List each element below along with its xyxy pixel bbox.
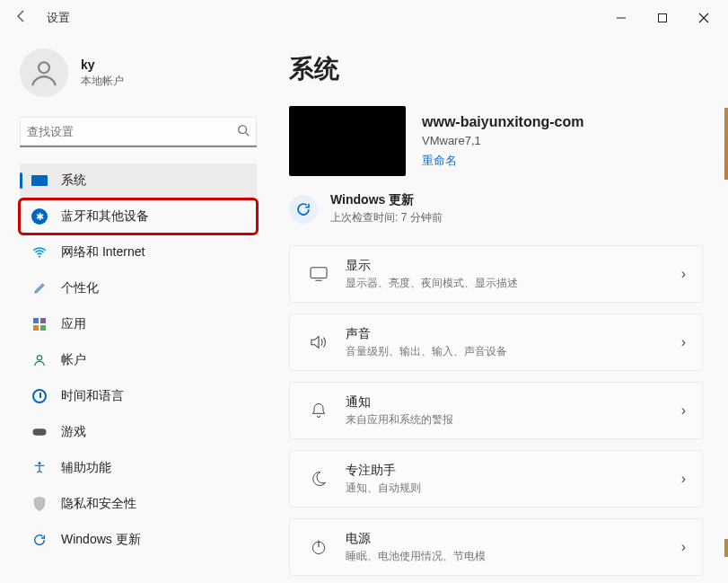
card-subtitle: 显示器、亮度、夜间模式、显示描述 bbox=[346, 276, 518, 291]
nav-label: 游戏 bbox=[61, 424, 86, 440]
nav-label: 系统 bbox=[61, 172, 86, 189]
card-focus-assist[interactable]: 专注助手 通知、自动规则 › bbox=[289, 450, 703, 508]
title-bar: 设置 bbox=[0, 0, 728, 36]
nav-item-system[interactable]: 系统 bbox=[20, 163, 257, 198]
update-refresh-icon bbox=[289, 195, 318, 224]
card-sound[interactable]: 声音 音量级别、输出、输入、声音设备 › bbox=[289, 314, 703, 371]
nav-label: 隐私和安全性 bbox=[61, 496, 136, 512]
nav-label: Windows 更新 bbox=[61, 532, 141, 548]
nav-label: 蓝牙和其他设备 bbox=[61, 208, 149, 225]
nav-label: 应用 bbox=[61, 316, 86, 332]
minimize-button[interactable] bbox=[601, 4, 642, 32]
nav-item-network[interactable]: 网络和 Internet bbox=[20, 235, 257, 269]
device-info: www-baiyunxitong-com VMware7,1 重命名 bbox=[289, 106, 703, 176]
nav-item-accounts[interactable]: 帐户 bbox=[20, 343, 257, 377]
user-name: ky bbox=[81, 57, 124, 72]
nav-item-time-language[interactable]: 时间和语言 bbox=[20, 379, 257, 413]
accessibility-icon bbox=[31, 459, 48, 477]
close-button[interactable] bbox=[683, 4, 724, 32]
bell-icon bbox=[306, 402, 331, 420]
power-icon bbox=[306, 538, 331, 556]
svg-rect-6 bbox=[33, 318, 39, 323]
nav-item-bluetooth[interactable]: ✱ 蓝牙和其他设备 bbox=[20, 199, 257, 234]
user-account-type: 本地帐户 bbox=[81, 74, 124, 89]
brush-icon bbox=[31, 279, 48, 297]
avatar bbox=[20, 49, 68, 97]
svg-rect-1 bbox=[659, 14, 667, 22]
svg-point-5 bbox=[39, 255, 40, 257]
apps-icon bbox=[31, 315, 48, 333]
svg-rect-13 bbox=[311, 268, 327, 278]
nav-item-windows-update[interactable]: Windows 更新 bbox=[20, 523, 257, 557]
card-title: 电源 bbox=[346, 531, 486, 547]
accounts-icon bbox=[31, 351, 48, 369]
card-subtitle: 音量级别、输出、输入、声音设备 bbox=[346, 344, 507, 359]
chevron-right-icon: › bbox=[681, 402, 686, 419]
device-name: www-baiyunxitong-com bbox=[422, 114, 583, 130]
nav-item-privacy[interactable]: 隐私和安全性 bbox=[20, 487, 257, 521]
card-display[interactable]: 显示 显示器、亮度、夜间模式、显示描述 › bbox=[289, 245, 703, 303]
nav-label: 辅助功能 bbox=[61, 460, 111, 476]
clock-icon bbox=[31, 387, 48, 405]
windows-update-status[interactable]: Windows 更新 上次检查时间: 7 分钟前 bbox=[289, 192, 703, 225]
nav-label: 时间和语言 bbox=[61, 388, 124, 404]
main-panel: 系统 www-baiyunxitong-com VMware7,1 重命名 Wi… bbox=[269, 36, 728, 583]
wifi-icon bbox=[31, 243, 48, 261]
device-model: VMware7,1 bbox=[422, 134, 583, 147]
gaming-icon bbox=[31, 423, 48, 441]
card-title: 通知 bbox=[346, 394, 453, 411]
chevron-right-icon: › bbox=[681, 539, 686, 555]
nav-label: 帐户 bbox=[61, 352, 86, 368]
nav-item-gaming[interactable]: 游戏 bbox=[20, 415, 257, 449]
edge-decoration bbox=[724, 539, 728, 557]
nav-list: 系统 ✱ 蓝牙和其他设备 网络和 Internet 个性化 bbox=[20, 163, 257, 557]
nav-label: 网络和 Internet bbox=[61, 244, 145, 261]
shield-icon bbox=[31, 495, 48, 513]
card-title: 专注助手 bbox=[346, 463, 421, 479]
svg-rect-7 bbox=[40, 318, 46, 323]
card-title: 声音 bbox=[346, 326, 507, 342]
display-icon bbox=[306, 266, 331, 282]
nav-item-accessibility[interactable]: 辅助功能 bbox=[20, 451, 257, 485]
window-title: 设置 bbox=[47, 10, 70, 26]
settings-cards: 显示 显示器、亮度、夜间模式、显示描述 › 声音 音量级别、输出、输入、声音设备… bbox=[289, 245, 703, 576]
card-title: 显示 bbox=[346, 258, 518, 274]
svg-point-3 bbox=[239, 125, 247, 133]
chevron-right-icon: › bbox=[681, 266, 686, 282]
svg-point-2 bbox=[39, 62, 49, 73]
update-subtitle: 上次检查时间: 7 分钟前 bbox=[330, 210, 443, 225]
svg-rect-8 bbox=[33, 325, 39, 331]
bluetooth-icon: ✱ bbox=[31, 208, 48, 225]
system-icon bbox=[31, 172, 48, 190]
update-icon bbox=[31, 531, 48, 549]
search-icon bbox=[237, 124, 250, 139]
card-subtitle: 来自应用和系统的警报 bbox=[346, 412, 453, 428]
back-button[interactable] bbox=[4, 9, 39, 27]
search-box[interactable] bbox=[20, 117, 257, 147]
card-notifications[interactable]: 通知 来自应用和系统的警报 › bbox=[289, 382, 703, 439]
nav-label: 个性化 bbox=[61, 280, 99, 296]
chevron-right-icon: › bbox=[681, 334, 686, 350]
page-title: 系统 bbox=[289, 52, 703, 86]
edge-decoration bbox=[724, 108, 728, 180]
nav-item-apps[interactable]: 应用 bbox=[20, 307, 257, 341]
maximize-button[interactable] bbox=[642, 4, 683, 32]
moon-icon bbox=[306, 470, 331, 488]
update-title: Windows 更新 bbox=[330, 192, 443, 208]
device-image bbox=[289, 106, 406, 176]
sidebar: ky 本地帐户 系统 ✱ 蓝牙和其他设备 网络和 Int bbox=[0, 36, 269, 583]
user-profile[interactable]: ky 本地帐户 bbox=[20, 49, 257, 97]
card-subtitle: 通知、自动规则 bbox=[346, 481, 421, 496]
svg-rect-9 bbox=[40, 325, 46, 331]
rename-link[interactable]: 重命名 bbox=[422, 153, 583, 169]
chevron-right-icon: › bbox=[681, 471, 686, 487]
svg-line-4 bbox=[246, 132, 250, 136]
svg-rect-11 bbox=[33, 428, 47, 436]
svg-point-10 bbox=[37, 356, 41, 360]
svg-point-12 bbox=[38, 462, 40, 464]
card-subtitle: 睡眠、电池使用情况、节电模 bbox=[346, 549, 486, 564]
card-power[interactable]: 电源 睡眠、电池使用情况、节电模 › bbox=[289, 518, 703, 576]
sound-icon bbox=[306, 334, 331, 350]
nav-item-personalization[interactable]: 个性化 bbox=[20, 271, 257, 305]
search-input[interactable] bbox=[27, 125, 237, 138]
